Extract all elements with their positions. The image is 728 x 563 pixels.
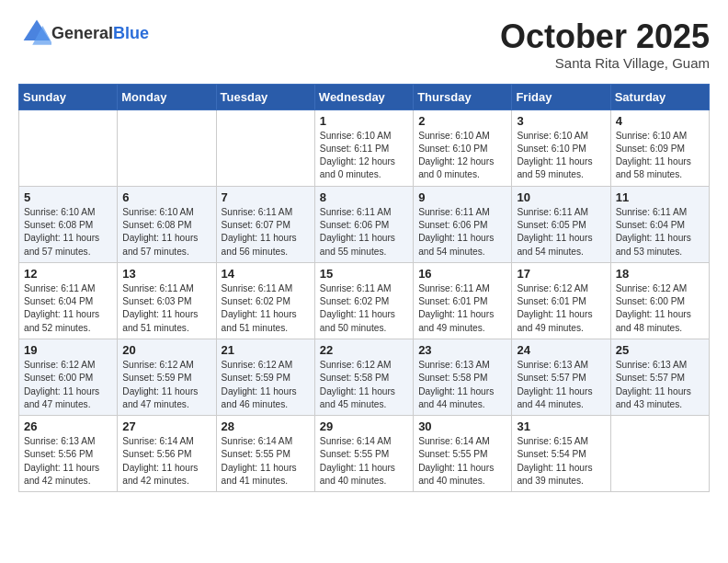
day-info-line: Sunset: 6:08 PM <box>24 220 93 230</box>
day-info-line: Daylight: 11 hours <box>24 309 99 319</box>
day-info-line: Sunset: 5:57 PM <box>517 373 586 383</box>
day-info-line: and 58 minutes. <box>616 169 683 179</box>
day-info: Sunrise: 6:12 AMSunset: 6:00 PMDaylight:… <box>616 282 704 335</box>
day-info-line: Sunrise: 6:10 AM <box>122 207 194 217</box>
day-info-line: Sunrise: 6:12 AM <box>24 360 96 370</box>
day-info-line: Sunrise: 6:12 AM <box>517 283 588 293</box>
day-info: Sunrise: 6:13 AMSunset: 5:58 PMDaylight:… <box>418 359 506 411</box>
day-info-line: and 45 minutes. <box>320 399 387 409</box>
day-info: Sunrise: 6:12 AMSunset: 5:59 PMDaylight:… <box>122 359 210 411</box>
day-info-line: and 56 minutes. <box>222 247 289 257</box>
day-info-line: Daylight: 11 hours <box>517 386 592 396</box>
calendar-cell: 12Sunrise: 6:11 AMSunset: 6:04 PMDayligh… <box>19 262 118 339</box>
day-info-line: Daylight: 11 hours <box>616 156 691 167</box>
day-info-line: Sunrise: 6:10 AM <box>517 131 588 141</box>
day-info: Sunrise: 6:10 AMSunset: 6:08 PMDaylight:… <box>122 206 210 259</box>
day-info-line: Daylight: 11 hours <box>616 386 691 396</box>
col-friday: Friday <box>512 84 610 109</box>
day-info-line: and 57 minutes. <box>24 247 91 257</box>
col-wednesday: Wednesday <box>314 84 413 109</box>
day-number: 10 <box>517 190 605 204</box>
day-info-line: Daylight: 11 hours <box>517 463 592 473</box>
day-info: Sunrise: 6:11 AMSunset: 6:05 PMDaylight:… <box>517 206 605 259</box>
day-info-line: Sunrise: 6:13 AM <box>616 360 688 370</box>
day-number: 15 <box>320 267 408 281</box>
day-number: 22 <box>320 343 408 357</box>
day-info-line: Sunset: 5:57 PM <box>616 373 685 383</box>
calendar-table: Sunday Monday Tuesday Wednesday Thursday… <box>18 84 710 493</box>
day-info-line: Daylight: 11 hours <box>222 233 297 243</box>
day-info: Sunrise: 6:15 AMSunset: 5:54 PMDaylight:… <box>517 435 605 488</box>
day-info-line: Sunset: 6:00 PM <box>616 296 685 306</box>
day-info-line: Daylight: 11 hours <box>320 309 395 319</box>
day-info-line: and 54 minutes. <box>517 247 584 257</box>
day-info-line: Sunset: 5:58 PM <box>418 373 487 383</box>
day-info-line: Daylight: 12 hours <box>418 156 494 167</box>
day-info-line: and 44 minutes. <box>517 399 584 409</box>
day-number: 25 <box>616 343 704 357</box>
day-number: 31 <box>517 419 605 433</box>
day-info-line: Sunset: 6:10 PM <box>517 144 586 154</box>
day-info-line: Daylight: 11 hours <box>222 463 297 473</box>
calendar-cell: 16Sunrise: 6:11 AMSunset: 6:01 PMDayligh… <box>414 262 512 339</box>
calendar-body: 1Sunrise: 6:10 AMSunset: 6:11 PMDaylight… <box>19 109 710 492</box>
day-info-line: Daylight: 11 hours <box>24 233 99 243</box>
calendar-cell: 6Sunrise: 6:10 AMSunset: 6:08 PMDaylight… <box>118 186 216 262</box>
calendar-cell: 14Sunrise: 6:11 AMSunset: 6:02 PMDayligh… <box>216 262 314 339</box>
calendar-cell: 18Sunrise: 6:12 AMSunset: 6:00 PMDayligh… <box>610 262 709 339</box>
calendar-week-4: 26Sunrise: 6:13 AMSunset: 5:56 PMDayligh… <box>19 416 710 492</box>
day-info-line: Sunset: 6:04 PM <box>616 220 685 230</box>
calendar-cell: 5Sunrise: 6:10 AMSunset: 6:08 PMDaylight… <box>19 186 118 262</box>
day-info-line: Sunrise: 6:11 AM <box>122 283 194 293</box>
calendar-week-3: 19Sunrise: 6:12 AMSunset: 6:00 PMDayligh… <box>19 339 710 415</box>
day-info-line: Sunset: 5:55 PM <box>222 449 290 459</box>
day-info: Sunrise: 6:11 AMSunset: 6:04 PMDaylight:… <box>24 282 112 335</box>
logo-text: GeneralBlue <box>51 24 149 43</box>
day-info: Sunrise: 6:14 AMSunset: 5:56 PMDaylight:… <box>122 435 210 488</box>
day-info-line: and 49 minutes. <box>418 323 485 333</box>
day-info-line: Sunrise: 6:14 AM <box>320 436 392 446</box>
day-info: Sunrise: 6:10 AMSunset: 6:08 PMDaylight:… <box>24 206 112 259</box>
logo-icon <box>22 18 51 48</box>
calendar-cell: 1Sunrise: 6:10 AMSunset: 6:11 PMDaylight… <box>314 109 413 186</box>
day-info-line: Sunset: 5:59 PM <box>222 373 290 383</box>
day-info: Sunrise: 6:11 AMSunset: 6:02 PMDaylight:… <box>320 282 408 335</box>
day-info-line: Sunset: 6:03 PM <box>122 296 191 306</box>
day-info: Sunrise: 6:11 AMSunset: 6:03 PMDaylight:… <box>122 282 210 335</box>
day-info-line: Daylight: 11 hours <box>222 309 297 319</box>
day-number: 8 <box>320 190 408 204</box>
day-info-line: Daylight: 11 hours <box>320 463 395 473</box>
calendar-cell: 8Sunrise: 6:11 AMSunset: 6:06 PMDaylight… <box>314 186 413 262</box>
day-number: 28 <box>222 419 310 433</box>
day-number: 9 <box>418 190 506 204</box>
logo-general: General <box>51 24 113 42</box>
day-info-line: Daylight: 11 hours <box>122 386 198 396</box>
day-info-line: Sunset: 5:59 PM <box>122 373 191 383</box>
day-number: 16 <box>418 267 506 281</box>
day-number: 23 <box>418 343 506 357</box>
day-info: Sunrise: 6:10 AMSunset: 6:09 PMDaylight:… <box>616 130 704 182</box>
calendar-cell <box>216 109 314 186</box>
day-info: Sunrise: 6:11 AMSunset: 6:07 PMDaylight:… <box>222 206 310 259</box>
calendar-cell: 17Sunrise: 6:12 AMSunset: 6:01 PMDayligh… <box>512 262 610 339</box>
day-number: 29 <box>320 419 408 433</box>
day-info-line: and 40 minutes. <box>418 476 485 486</box>
day-number: 30 <box>418 419 506 433</box>
calendar-cell: 28Sunrise: 6:14 AMSunset: 5:55 PMDayligh… <box>216 416 314 492</box>
day-info-line: Daylight: 11 hours <box>517 233 592 243</box>
day-info-line: and 43 minutes. <box>616 399 683 409</box>
day-number: 13 <box>122 267 210 281</box>
day-info-line: Sunrise: 6:11 AM <box>222 207 293 217</box>
day-info-line: Sunset: 6:02 PM <box>320 296 389 306</box>
day-info-line: Daylight: 11 hours <box>616 233 691 243</box>
day-number: 3 <box>517 114 605 128</box>
day-number: 6 <box>122 190 210 204</box>
day-info-line: Sunrise: 6:10 AM <box>616 131 688 141</box>
day-number: 20 <box>122 343 210 357</box>
day-number: 26 <box>24 419 112 433</box>
day-info-line: and 54 minutes. <box>418 247 485 257</box>
day-info-line: and 52 minutes. <box>24 323 91 333</box>
day-info-line: Sunrise: 6:14 AM <box>222 436 293 446</box>
day-info-line: and 48 minutes. <box>616 323 683 333</box>
day-info-line: Sunrise: 6:11 AM <box>320 283 392 293</box>
